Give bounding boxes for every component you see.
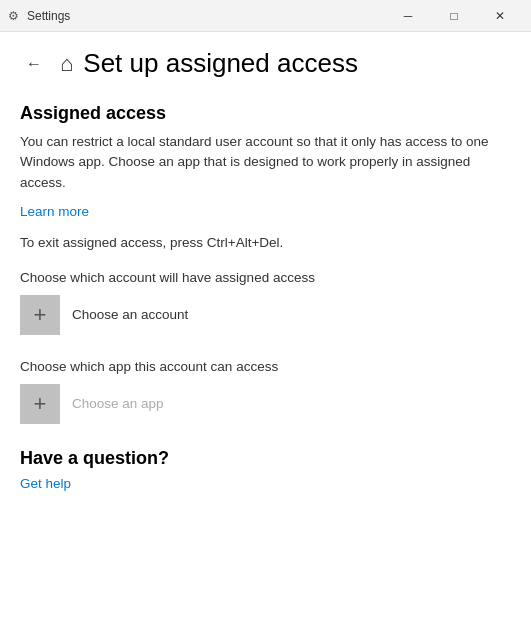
maximize-icon: □ bbox=[450, 9, 457, 23]
title-bar-left: ⚙ Settings bbox=[8, 9, 70, 23]
close-icon: ✕ bbox=[495, 9, 505, 23]
title-bar-controls: ─ □ ✕ bbox=[385, 0, 523, 32]
choose-app-plus-box: + bbox=[20, 384, 60, 424]
settings-icon: ⚙ bbox=[8, 9, 19, 23]
have-question-section: Have a question? Get help bbox=[20, 448, 511, 491]
title-bar-title: Settings bbox=[27, 9, 70, 23]
main-content: ← ⌂ Set up assigned access Assigned acce… bbox=[0, 32, 531, 640]
minimize-button[interactable]: ─ bbox=[385, 0, 431, 32]
get-help-link[interactable]: Get help bbox=[20, 476, 71, 491]
minimize-icon: ─ bbox=[404, 9, 413, 23]
section-description: You can restrict a local standard user a… bbox=[20, 132, 511, 193]
back-button[interactable]: ← bbox=[20, 50, 48, 78]
title-bar: ⚙ Settings ─ □ ✕ bbox=[0, 0, 531, 32]
choose-account-plus-box: + bbox=[20, 295, 60, 335]
section-title: Assigned access bbox=[20, 103, 511, 124]
have-question-title: Have a question? bbox=[20, 448, 511, 469]
close-button[interactable]: ✕ bbox=[477, 0, 523, 32]
choose-account-btn-label: Choose an account bbox=[72, 307, 188, 322]
choose-account-label: Choose which account will have assigned … bbox=[20, 270, 511, 285]
plus-icon-app: + bbox=[34, 393, 47, 415]
choose-app-button[interactable]: + Choose an app bbox=[20, 384, 511, 424]
choose-account-button[interactable]: + Choose an account bbox=[20, 295, 511, 335]
assigned-access-section: Assigned access You can restrict a local… bbox=[20, 103, 511, 424]
page-header: ← ⌂ Set up assigned access bbox=[20, 48, 511, 79]
choose-app-label: Choose which app this account can access bbox=[20, 359, 511, 374]
page-title-row: ⌂ Set up assigned access bbox=[60, 48, 358, 79]
exit-info: To exit assigned access, press Ctrl+Alt+… bbox=[20, 235, 511, 250]
learn-more-link[interactable]: Learn more bbox=[20, 204, 89, 219]
back-icon: ← bbox=[26, 55, 42, 73]
home-icon: ⌂ bbox=[60, 51, 73, 77]
page-title: Set up assigned access bbox=[83, 48, 358, 79]
maximize-button[interactable]: □ bbox=[431, 0, 477, 32]
plus-icon-account: + bbox=[34, 304, 47, 326]
choose-app-btn-label: Choose an app bbox=[72, 396, 164, 411]
